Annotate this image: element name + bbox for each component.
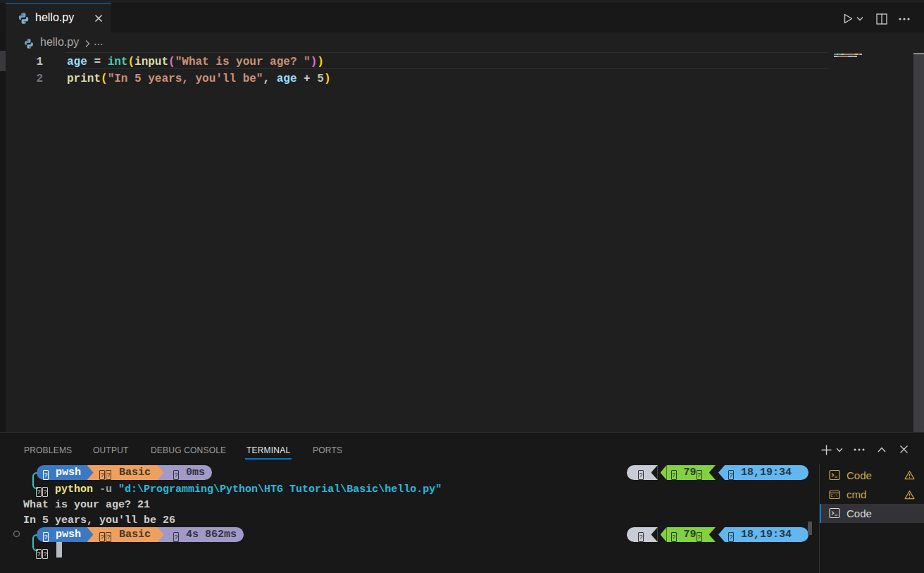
svg-text:C:\: C:\ xyxy=(831,493,839,498)
